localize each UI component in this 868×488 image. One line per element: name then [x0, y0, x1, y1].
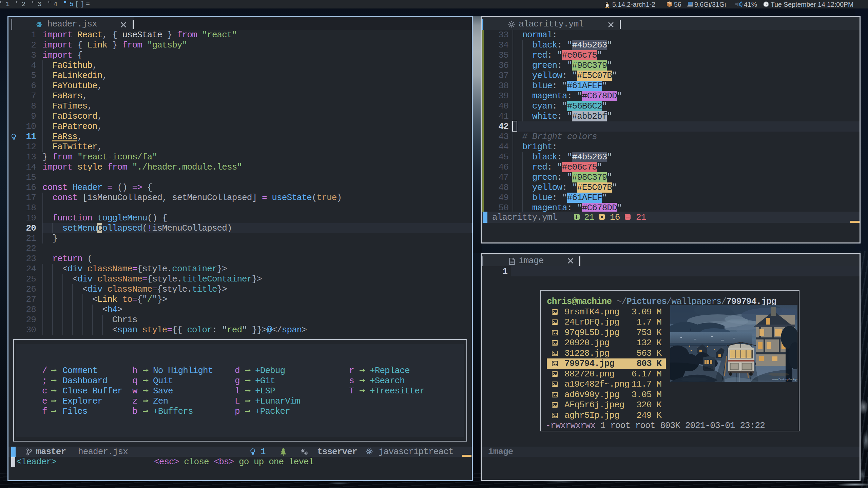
svg-text:www.DesktopBackground.org: www.DesktopBackground.org	[772, 378, 797, 381]
